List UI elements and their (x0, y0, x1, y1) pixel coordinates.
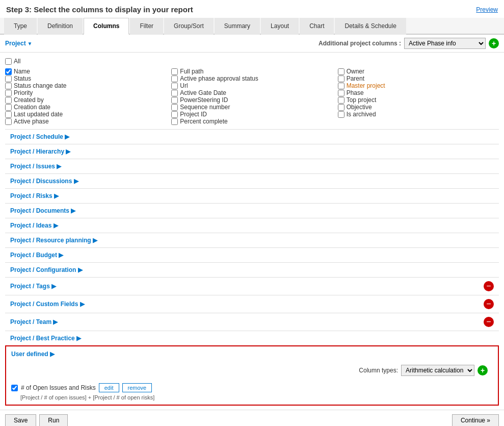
checkbox-sequence-number-input[interactable] (171, 104, 178, 111)
column-types-label: Column types: (359, 367, 398, 374)
checkbox-active-phase[interactable]: Active phase (5, 118, 166, 125)
tab-chart[interactable]: Chart (300, 18, 334, 35)
checkbox-status-input[interactable] (5, 76, 12, 82)
save-button[interactable]: Save (5, 414, 36, 426)
section-schedule[interactable]: Project / Schedule ▶ (5, 129, 499, 144)
column-types-select[interactable]: Arithmetic calculation Concatenation Con… (401, 365, 474, 376)
checkbox-status-change-date[interactable]: Status change date (5, 82, 166, 89)
section-custom-fields[interactable]: Project / Custom Fields ▶ − (5, 295, 499, 313)
checkbox-owner-input[interactable] (338, 68, 344, 75)
checkbox-all-input[interactable] (5, 58, 12, 65)
checkbox-project-id-input[interactable] (171, 111, 178, 118)
user-defined-header[interactable]: User defined ▶ (11, 350, 493, 358)
remove-team-btn[interactable]: − (484, 317, 494, 327)
checkbox-active-phase-input[interactable] (5, 118, 12, 125)
tab-definition[interactable]: Definition (38, 18, 83, 35)
section-configuration[interactable]: Project / Configuration ▶ (5, 262, 499, 277)
checkbox-top-project[interactable]: Top project (338, 96, 499, 104)
checkbox-priority[interactable]: Priority (5, 89, 166, 96)
tab-layout[interactable]: Layout (261, 18, 299, 35)
user-defined-section: User defined ▶ Column types: Arithmetic … (5, 345, 499, 406)
checkbox-active-gate-date-input[interactable] (171, 90, 178, 96)
checkbox-url[interactable]: Url (171, 82, 332, 89)
footer: Save Run Continue » (0, 410, 504, 426)
add-column-type-btn[interactable]: + (478, 365, 488, 375)
checkbox-full-path[interactable]: Full path (171, 68, 332, 75)
remove-custom-fields-btn[interactable]: − (484, 299, 494, 309)
footer-left: Save Run (5, 414, 68, 426)
section-issues[interactable]: Project / Issues ▶ (5, 159, 499, 173)
checkbox-active-phase-approval-input[interactable] (171, 76, 178, 82)
section-budget[interactable]: Project / Budget ▶ (5, 247, 499, 262)
tab-summary[interactable]: Summary (215, 18, 260, 35)
add-additional-col-btn[interactable]: + (489, 38, 499, 48)
checkbox-is-archived[interactable]: Is archived (338, 111, 499, 118)
checkbox-parent[interactable]: Parent (338, 75, 499, 82)
section-hierarchy[interactable]: Project / Hierarchy ▶ (5, 144, 499, 159)
checkbox-phase-input[interactable] (338, 90, 344, 96)
section-ideas[interactable]: Project / Ideas ▶ (5, 218, 499, 233)
checkbox-url-input[interactable] (171, 83, 178, 89)
section-team[interactable]: Project / Team ▶ − (5, 313, 499, 331)
checkbox-project-id[interactable]: Project ID (171, 111, 332, 118)
remove-tags-btn[interactable]: − (484, 281, 494, 291)
project-dropdown-btn[interactable]: Project (5, 40, 32, 47)
additional-cols-label: Additional project columns : (319, 40, 401, 47)
checkbox-parent-input[interactable] (338, 76, 344, 82)
checkbox-active-phase-approval[interactable]: Active phase approval status (171, 75, 332, 82)
checkbox-grid: Name Status Status change date Priority … (5, 66, 499, 129)
checkbox-objective[interactable]: Objective (338, 104, 499, 111)
checkbox-last-updated-date-input[interactable] (5, 111, 12, 118)
section-resource-planning[interactable]: Project / Resource planning ▶ (5, 233, 499, 247)
user-defined-remove-btn[interactable]: remove (122, 383, 152, 392)
checkbox-all[interactable]: All (5, 58, 499, 65)
tab-details-schedule[interactable]: Details & Schedule (335, 18, 406, 35)
col1-group: Name Status Status change date Priority … (5, 68, 166, 125)
user-defined-item-checkbox[interactable] (11, 385, 18, 391)
checkbox-owner[interactable]: Owner (338, 68, 499, 75)
checkbox-percent-complete[interactable]: Percent complete (171, 118, 332, 125)
checkbox-creation-date[interactable]: Creation date (5, 104, 166, 111)
checkbox-creation-date-input[interactable] (5, 104, 12, 111)
formula-text: [Project / # of open issues] + [Project … (20, 394, 493, 400)
checkbox-name-input[interactable] (5, 68, 12, 75)
checkbox-master-project[interactable]: Master project (338, 82, 499, 89)
additional-cols-area: Additional project columns : Active Phas… (319, 38, 499, 49)
checkbox-master-project-input[interactable] (338, 83, 344, 89)
section-risks[interactable]: Project / Risks ▶ (5, 188, 499, 203)
checkbox-active-gate-date[interactable]: Active Gate Date (171, 89, 332, 96)
section-documents[interactable]: Project / Documents ▶ (5, 203, 499, 218)
checkbox-priority-input[interactable] (5, 90, 12, 96)
checkbox-status[interactable]: Status (5, 75, 166, 82)
checkbox-created-by[interactable]: Created by (5, 96, 166, 104)
user-defined-edit-btn[interactable]: edit (99, 383, 119, 392)
run-button[interactable]: Run (39, 414, 68, 426)
checkbox-objective-input[interactable] (338, 104, 344, 111)
checkbox-status-change-date-input[interactable] (5, 83, 12, 89)
checkbox-powersteering-id-input[interactable] (171, 97, 178, 104)
section-tags[interactable]: Project / Tags ▶ − (5, 277, 499, 295)
tab-groupsort[interactable]: Group/Sort (164, 18, 214, 35)
tab-columns[interactable]: Columns (84, 18, 129, 35)
tab-type[interactable]: Type (4, 18, 37, 35)
additional-cols-select[interactable]: Active Phase info (404, 38, 486, 49)
checkbox-sequence-number[interactable]: Sequence number (171, 104, 332, 111)
checkbox-full-path-input[interactable] (171, 68, 178, 75)
checkbox-created-by-input[interactable] (5, 97, 12, 104)
preview-link[interactable]: Preview (476, 6, 498, 13)
column-types-row: Column types: Arithmetic calculation Con… (11, 362, 493, 379)
page-header: Step 3: Select the columns to display in… (0, 0, 504, 18)
checkbox-is-archived-input[interactable] (338, 111, 344, 118)
toolbar: Project Additional project columns : Act… (0, 35, 504, 53)
checkbox-percent-complete-input[interactable] (171, 118, 178, 125)
section-best-practice[interactable]: Project / Best Practice ▶ (5, 331, 499, 345)
checkbox-top-project-input[interactable] (338, 97, 344, 104)
checkbox-last-updated-date[interactable]: Last updated date (5, 111, 166, 118)
columns-area: All Name Status Status change date Prior… (0, 53, 504, 410)
section-discussions[interactable]: Project / Discussions ▶ (5, 173, 499, 188)
continue-button[interactable]: Continue » (452, 414, 499, 426)
checkbox-name[interactable]: Name (5, 68, 166, 75)
tab-filter[interactable]: Filter (130, 18, 163, 35)
checkbox-powersteering-id[interactable]: PowerSteering ID (171, 96, 332, 104)
checkbox-phase[interactable]: Phase (338, 89, 499, 96)
